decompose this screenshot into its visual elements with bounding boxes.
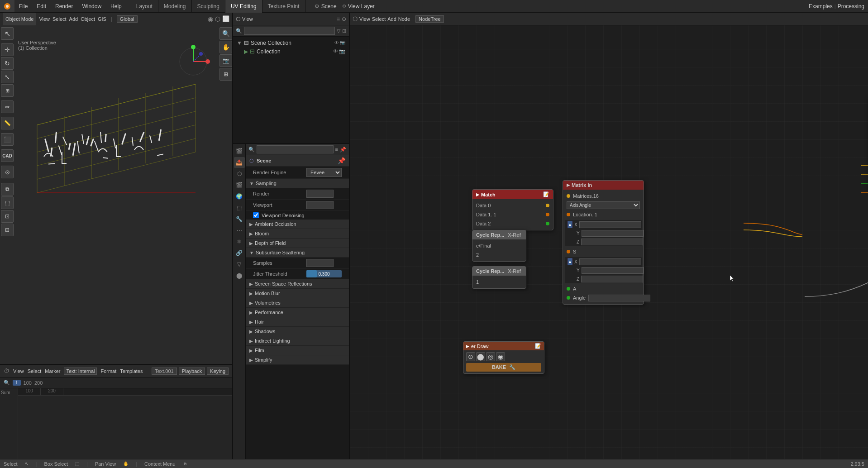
- props-pin-icon[interactable]: 📌: [340, 147, 346, 153]
- draw-icon-3[interactable]: ◎: [486, 352, 495, 361]
- visibility-icon-sc[interactable]: 👁: [334, 40, 339, 45]
- cad-tool[interactable]: CAD: [1, 149, 14, 162]
- camera-icon[interactable]: 📷: [219, 54, 232, 67]
- menu-window[interactable]: Window: [77, 0, 106, 12]
- outliner-item-scene-collection[interactable]: ▼ ⊟ Scene Collection 👁 📷: [233, 38, 349, 47]
- tab-layout[interactable]: Layout: [131, 0, 158, 13]
- move-tool[interactable]: ✛: [1, 43, 14, 56]
- gis-btn[interactable]: GIS: [98, 16, 106, 22]
- view-btn[interactable]: View: [39, 16, 50, 22]
- bloom-section[interactable]: ▶ Bloom: [246, 229, 349, 239]
- depth-of-field-section[interactable]: ▶ Depth of Field: [246, 239, 349, 248]
- render-props-icon[interactable]: 🎬: [234, 146, 245, 157]
- xyz1-x-btn[interactable]: ▲: [568, 221, 572, 228]
- node-add-btn[interactable]: Add: [387, 16, 396, 22]
- tab-uv-editing[interactable]: UV Editing: [225, 0, 262, 13]
- sampling-section[interactable]: ▼ Sampling: [246, 179, 349, 188]
- menu-render[interactable]: Render: [51, 0, 77, 12]
- render-value-input[interactable]: 64: [306, 190, 334, 198]
- subsurface-section[interactable]: ▼ Subsurface Scattering: [246, 248, 349, 258]
- node-node-btn[interactable]: Node: [398, 16, 410, 22]
- draw-icon-2[interactable]: ⬤: [476, 352, 485, 361]
- simplify-section[interactable]: ▶ Simplify: [246, 355, 349, 365]
- global-dropdown[interactable]: Global: [117, 15, 138, 23]
- scene-options-icon[interactable]: 📌: [338, 157, 345, 164]
- xyz1-x-input[interactable]: 1.000: [579, 221, 641, 228]
- node-view-btn[interactable]: View: [359, 16, 370, 22]
- node-select-btn[interactable]: Select: [372, 16, 386, 22]
- props-search-input[interactable]: [257, 145, 334, 153]
- samples-input[interactable]: 7: [306, 259, 334, 267]
- bake-button[interactable]: BAKE 🔧: [466, 363, 541, 372]
- viewport-shading-icon[interactable]: ◉: [208, 15, 213, 23]
- render-engine-select[interactable]: Eevee: [306, 168, 342, 177]
- xyz2-y-input[interactable]: 1.000: [582, 267, 644, 274]
- transform-tool[interactable]: ⊞: [1, 84, 14, 97]
- outliner-search-input[interactable]: [244, 27, 335, 35]
- xyz2-x-input[interactable]: 0.000: [579, 258, 641, 265]
- xyz1-z-input[interactable]: 1.000: [581, 239, 643, 245]
- grab-icon[interactable]: ✋: [219, 41, 232, 53]
- performance-section[interactable]: ▶ Performance: [246, 308, 349, 317]
- render-icon-c[interactable]: 📷: [339, 48, 345, 54]
- context-menu-status-btn[interactable]: Context Menu: [144, 461, 175, 467]
- blender-icon[interactable]: [0, 0, 14, 12]
- ssr-section[interactable]: ▶ Screen Space Reflections: [246, 279, 349, 289]
- highlight-icon[interactable]: ⊙: [342, 16, 346, 22]
- timeline-marker-btn[interactable]: Marker: [45, 368, 60, 374]
- indirect-lighting-section[interactable]: ▶ Indirect Lighting: [246, 336, 349, 346]
- misc-tool-4[interactable]: ⊟: [1, 224, 14, 236]
- timeline-channel-btn[interactable]: Text: Internal: [64, 368, 97, 375]
- select-status-btn[interactable]: Select: [4, 461, 18, 467]
- motion-blur-section[interactable]: ▶ Motion Blur: [246, 289, 349, 298]
- settings-outliner-icon[interactable]: ⊞: [342, 28, 346, 34]
- draw-icon-4[interactable]: ◉: [496, 352, 505, 361]
- shadows-section[interactable]: ▶ Shadows: [246, 327, 349, 336]
- keying-label[interactable]: Keying: [207, 368, 229, 375]
- world-props-icon[interactable]: 🌍: [234, 191, 245, 202]
- draw-icon-1[interactable]: ⊙: [466, 352, 475, 361]
- timeline-track-area[interactable]: Sum 100 200: [0, 388, 232, 459]
- object-mode-dropdown[interactable]: Object Mode: [3, 13, 36, 25]
- add-btn[interactable]: Add: [69, 16, 78, 22]
- scale-tool[interactable]: ⤡: [1, 71, 14, 83]
- node-tree-type-btn[interactable]: NodeTree: [415, 15, 444, 23]
- scene-name[interactable]: Scene: [321, 3, 337, 10]
- match-collapse-icon[interactable]: ▶: [476, 192, 479, 197]
- timeline-select-btn[interactable]: Select: [28, 368, 42, 374]
- object-btn[interactable]: Object: [81, 16, 95, 22]
- object-props-icon[interactable]: ⬚: [234, 202, 245, 213]
- xyz1-y-input[interactable]: 1.000: [582, 230, 644, 237]
- viewport-value-input[interactable]: 16: [306, 201, 334, 209]
- jitter-slider[interactable]: 0.300: [306, 270, 342, 277]
- outliner-item-collection[interactable]: ▶ ⊟ Collection 👁 📷: [233, 47, 349, 56]
- add-cube-tool[interactable]: ⬛: [1, 133, 14, 146]
- timeline-templates-btn[interactable]: Templates: [120, 368, 143, 374]
- measure-tool[interactable]: 📏: [1, 117, 14, 129]
- tab-texture-paint[interactable]: Texture Paint: [262, 0, 305, 13]
- visibility-icon-c[interactable]: 👁: [333, 48, 338, 54]
- matrix-in-collapse-icon[interactable]: ▶: [567, 183, 570, 187]
- angle-input[interactable]: -90.000: [588, 295, 650, 301]
- misc-tool-3[interactable]: ⊡: [1, 210, 14, 223]
- draw-edit-icon[interactable]: 📝: [535, 343, 541, 349]
- view-nav-icon[interactable]: 🔍: [219, 27, 232, 40]
- view-btn-outliner[interactable]: View: [242, 16, 253, 22]
- data-props-icon[interactable]: ▽: [234, 259, 245, 270]
- material-props-icon[interactable]: ⬤: [234, 270, 245, 281]
- misc-tool-2[interactable]: ⬚: [1, 196, 14, 209]
- modifier-props-icon[interactable]: 🔧: [234, 214, 245, 224]
- props-filter-icon[interactable]: ≡: [335, 147, 338, 152]
- filter-outliner-icon[interactable]: ▽: [337, 28, 340, 34]
- draw-collapse-icon[interactable]: ▶: [466, 344, 469, 349]
- xyz2-x-btn[interactable]: ▲: [568, 258, 572, 265]
- view-layer-props-icon[interactable]: ⬡: [234, 168, 245, 179]
- ambient-occlusion-section[interactable]: ▶ Ambient Occlusion: [246, 220, 349, 229]
- select-tool[interactable]: ↖: [1, 27, 14, 40]
- grease-pencil-tool[interactable]: ⊙: [1, 166, 14, 178]
- scene-props-icon[interactable]: 🎬: [234, 180, 245, 191]
- physics-props-icon[interactable]: ⚛: [234, 236, 245, 247]
- misc-tool-1[interactable]: ⧉: [1, 183, 14, 196]
- constraints-props-icon[interactable]: 🔗: [234, 248, 245, 258]
- grid-icon[interactable]: ⊞: [219, 68, 232, 81]
